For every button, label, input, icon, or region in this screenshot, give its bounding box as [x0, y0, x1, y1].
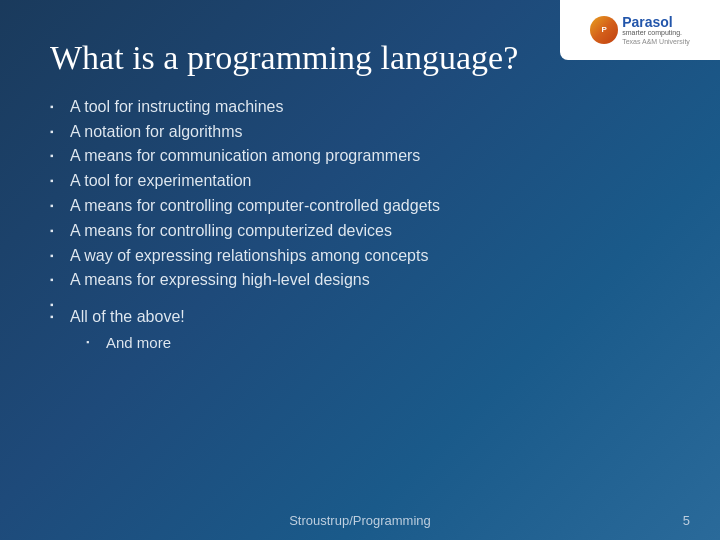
list-item: A notation for algorithms	[50, 120, 670, 145]
list-item: A tool for experimentation	[50, 169, 670, 194]
list-item: A means for expressing high-level design…	[50, 268, 670, 293]
logo-tagline: smarter computing.	[622, 29, 690, 37]
sub-bullet-list: And more	[86, 332, 670, 355]
logo-text-group: Parasol smarter computing. Texas A&M Uni…	[622, 15, 690, 44]
list-item: A means for controlling computerized dev…	[50, 219, 670, 244]
logo-icon: P	[590, 16, 618, 44]
main-bullet-list: A tool for instructing machines A notati…	[50, 95, 670, 355]
logo-subtitle: Texas A&M University	[622, 38, 690, 45]
slide: P Parasol smarter computing. Texas A&M U…	[0, 0, 720, 540]
list-item-all-above: All of the above! And more	[50, 305, 670, 354]
logo-parasol: P Parasol smarter computing. Texas A&M U…	[590, 15, 690, 44]
list-item: A means for communication among programm…	[50, 144, 670, 169]
list-item: A tool for instructing machines	[50, 95, 670, 120]
logo-brand: Parasol	[622, 15, 690, 29]
list-item: A way of expressing relationships among …	[50, 244, 670, 269]
footer-text: Stroustrup/Programming	[289, 513, 431, 528]
spacer	[50, 293, 670, 305]
content-area: A tool for instructing machines A notati…	[50, 95, 670, 500]
footer: Stroustrup/Programming	[0, 513, 720, 528]
logo-container: P Parasol smarter computing. Texas A&M U…	[590, 15, 690, 44]
sub-list-item: And more	[86, 332, 670, 355]
logo-area: P Parasol smarter computing. Texas A&M U…	[560, 0, 720, 60]
page-number: 5	[683, 513, 690, 528]
list-item: A means for controlling computer-control…	[50, 194, 670, 219]
